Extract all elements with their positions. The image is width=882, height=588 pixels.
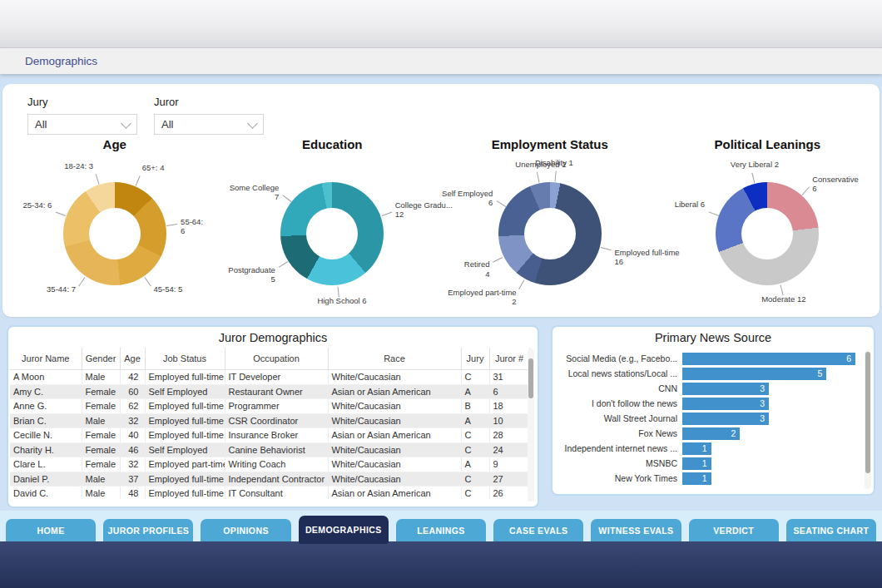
tab-demographics[interactable]: DEMOGRAPHICS	[299, 516, 389, 544]
news-bar[interactable]: 1	[682, 457, 711, 470]
table-cell: A	[461, 384, 489, 399]
news-scrollbar-thumb[interactable]	[865, 352, 870, 473]
slice-label: Retired 4	[464, 259, 490, 278]
table-row[interactable]: David C.Male48Employed full-timeIT Consu…	[10, 487, 529, 500]
news-bar[interactable]: 6	[682, 353, 855, 365]
label-leader-line	[519, 279, 525, 289]
tab-opinions[interactable]: OPINIONS	[201, 519, 290, 541]
table-cell: Male	[82, 413, 120, 428]
tab-verdict[interactable]: VERDICT	[689, 519, 779, 541]
news-bar-row: CNN3	[552, 381, 855, 396]
table-cell: 46	[120, 442, 145, 457]
table-row[interactable]: Clare L.Female32Employed part-timeWritin…	[10, 457, 529, 472]
table-row[interactable]: Brian C.Male32Employed full-timeCSR Coor…	[10, 413, 529, 428]
table-cell: 18	[489, 399, 529, 414]
tab-witness-evals[interactable]: WITNESS EVALS	[591, 519, 681, 541]
table-row[interactable]: A MoonMale42Employed full-timeIT Develop…	[10, 370, 529, 385]
table-row[interactable]: Anne G.Female62Employed full-timeProgram…	[10, 399, 529, 414]
table-cell: Asian or Asian American	[328, 428, 461, 443]
table-row[interactable]: Amy C.Female60Self EmployedRestaurant Ow…	[10, 384, 529, 399]
table-cell: White/Caucasian	[328, 370, 461, 385]
label-leader-line	[493, 257, 503, 263]
tab-home[interactable]: HOME	[6, 519, 96, 541]
table-cell: Writing Coach	[225, 457, 328, 472]
news-bar[interactable]: 5	[682, 368, 826, 380]
juror-demographics-table: Juror NameGenderAgeJob StatusOccupationR…	[10, 348, 530, 499]
slice-label: Conservative 6	[812, 175, 858, 193]
news-bar[interactable]: 1	[682, 442, 711, 455]
table-cell: 28	[489, 428, 529, 443]
label-leader-line	[537, 172, 540, 183]
column-header[interactable]: Gender	[82, 348, 120, 370]
news-bar[interactable]: 3	[682, 383, 769, 395]
table-cell: 37	[120, 472, 145, 487]
table-row[interactable]: Charity H.Female46Self EmployedCanine Be…	[10, 442, 529, 457]
label-leader-line	[555, 171, 557, 182]
table-cell: Employed full-time	[145, 370, 225, 385]
column-header[interactable]: Juror Name	[10, 348, 82, 370]
education-donut[interactable]	[280, 182, 384, 285]
age-donut[interactable]	[63, 182, 166, 285]
employment-donut[interactable]	[498, 182, 602, 285]
slice-label: Very Liberal 2	[731, 160, 779, 169]
page-header: Demographics	[0, 48, 882, 74]
table-cell: Amy C.	[10, 384, 82, 399]
table-cell: Clare L.	[10, 457, 82, 472]
table-scrollbar[interactable]	[528, 348, 534, 502]
age-chart: Age 65+: 455-64: 645-54: 535-44: 725-34:…	[6, 137, 224, 317]
table-cell: Employed part-time	[145, 457, 225, 472]
tab-case-evals[interactable]: CASE EVALS	[493, 519, 583, 541]
news-bar[interactable]: 3	[682, 413, 769, 425]
label-leader-line	[279, 261, 289, 268]
tab-seating-chart[interactable]: SEATING CHART	[786, 519, 876, 541]
jury-filter-select[interactable]: All	[27, 114, 137, 135]
news-category-label: I don't follow the news	[552, 398, 682, 408]
table-cell: Female	[82, 384, 120, 399]
tab-juror-profiles[interactable]: JUROR PROFILES	[103, 519, 193, 541]
political-donut[interactable]	[716, 182, 819, 285]
table-cell: IT Developer	[225, 370, 328, 385]
news-chart-title: Primary News Source	[552, 331, 874, 344]
slice-label: 35-44: 7	[47, 284, 76, 294]
table-cell: 27	[489, 472, 529, 487]
news-scrollbar[interactable]	[865, 350, 871, 489]
table-cell: C	[461, 370, 489, 385]
slice-label: Postgraduate 5	[228, 265, 275, 284]
table-cell: 32	[120, 413, 145, 428]
table-cell: C	[461, 472, 489, 487]
table-cell: White/Caucasian	[328, 399, 461, 414]
column-header[interactable]: Jury	[461, 348, 489, 370]
table-cell: Charity H.	[10, 442, 82, 457]
news-bar[interactable]: 2	[682, 427, 740, 440]
table-cell: Male	[82, 472, 120, 487]
news-category-label: CNN	[552, 383, 682, 393]
news-category-label: Independent internet news ...	[552, 443, 682, 453]
bottom-panels: Juror Demographics Juror NameGenderAgeJo…	[7, 325, 875, 508]
table-row[interactable]: Daniel P.Male37Employed full-timeIndepen…	[10, 472, 529, 487]
page-title: Demographics	[25, 55, 97, 67]
slice-label: Self Employed 6	[442, 189, 493, 207]
tab-leanings[interactable]: LEANINGS	[396, 519, 486, 541]
column-header[interactable]: Race	[328, 348, 461, 370]
table-cell: 24	[489, 442, 529, 457]
juror-filter-label: Juror	[154, 96, 264, 108]
slice-label: Unemployed 2	[515, 160, 566, 169]
table-scrollbar-thumb[interactable]	[528, 358, 533, 398]
column-header[interactable]: Juror #	[489, 348, 529, 370]
column-header[interactable]: Occupation	[225, 348, 328, 370]
table-cell: Programmer	[225, 399, 328, 414]
table-cell: Self Employed	[145, 384, 225, 399]
juror-filter-select[interactable]: All	[154, 114, 264, 135]
news-bar[interactable]: 1	[682, 472, 711, 485]
table-cell: B	[461, 399, 489, 414]
table-cell: Self Employed	[145, 442, 225, 457]
label-leader-line	[145, 277, 151, 286]
column-header[interactable]: Age	[120, 348, 145, 370]
label-leader-line	[496, 200, 506, 207]
column-header[interactable]: Job Status	[145, 348, 225, 370]
table-row[interactable]: Cecille N.Female40Employed full-timeInsu…	[10, 428, 529, 443]
news-category-label: New York Times	[552, 473, 682, 483]
slice-label: 25-34: 6	[22, 200, 52, 210]
news-bar[interactable]: 3	[682, 398, 769, 410]
news-category-label: MSNBC	[552, 458, 682, 468]
